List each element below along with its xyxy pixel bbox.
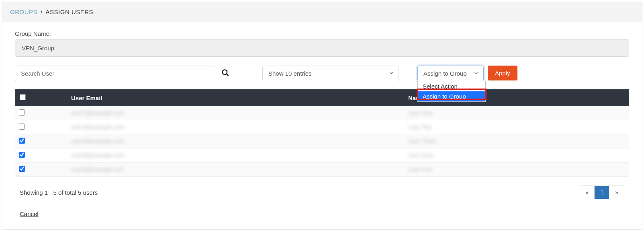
breadcrumb-separator: /	[41, 8, 42, 15]
user-email-cell: user3@example.com	[71, 138, 125, 144]
pagination: « 1 »	[580, 186, 624, 199]
svg-point-0	[223, 70, 227, 75]
row-checkbox[interactable]	[19, 152, 25, 158]
search-icon	[221, 72, 229, 78]
breadcrumb-groups-link[interactable]: GROUPS	[10, 8, 37, 15]
group-name-input[interactable]	[15, 39, 629, 57]
action-dropdown-menu: Select Action Assign to Group	[417, 81, 486, 102]
pager-prev[interactable]: «	[580, 186, 595, 199]
row-checkbox[interactable]	[19, 138, 25, 144]
user-email-cell: user1@example.com	[71, 110, 125, 116]
user-name-cell: User Two	[408, 124, 432, 130]
cancel-link[interactable]: Cancel	[20, 210, 39, 217]
table-row: user1@example.comUser One	[15, 106, 629, 120]
apply-button[interactable]: Apply	[488, 66, 517, 80]
svg-line-1	[227, 74, 229, 76]
user-name-cell: User Five	[408, 166, 432, 173]
user-name-cell: User One	[408, 110, 432, 116]
select-all-checkbox[interactable]	[20, 94, 26, 100]
action-option-assign[interactable]: Assign to Group	[418, 91, 485, 101]
table-row: user4@example.comUser Four	[15, 148, 629, 163]
action-select[interactable]: Assign to Group	[417, 66, 484, 81]
search-button[interactable]	[219, 66, 232, 80]
user-name-cell: User Three	[408, 138, 436, 144]
table-row: user3@example.comUser Three	[15, 134, 629, 148]
showing-text: Showing 1 - 5 of total 5 users	[20, 189, 98, 196]
users-table: User Email Name user1@example.comUser On…	[15, 89, 629, 177]
pager-page-1[interactable]: 1	[595, 186, 609, 199]
search-user-input[interactable]	[15, 66, 214, 81]
user-email-cell: user4@example.com	[71, 152, 125, 159]
table-row: user5@example.comUser Five	[15, 163, 629, 177]
entries-select[interactable]: Show 10 entries	[262, 66, 399, 81]
col-header-email: User Email	[67, 89, 404, 106]
row-checkbox[interactable]	[19, 109, 25, 115]
breadcrumb: GROUPS / ASSIGN USERS	[2, 2, 642, 22]
breadcrumb-current: ASSIGN USERS	[46, 8, 94, 15]
row-checkbox[interactable]	[19, 166, 25, 172]
pager-next[interactable]: »	[609, 186, 624, 199]
user-email-cell: user2@example.com	[71, 124, 125, 130]
row-checkbox[interactable]	[19, 124, 25, 130]
table-row: user2@example.comUser Two	[15, 120, 629, 134]
group-name-label: Group Name:	[15, 30, 629, 37]
action-option-placeholder[interactable]: Select Action	[418, 81, 485, 91]
user-name-cell: User Four	[408, 152, 433, 159]
user-email-cell: user5@example.com	[71, 166, 125, 173]
